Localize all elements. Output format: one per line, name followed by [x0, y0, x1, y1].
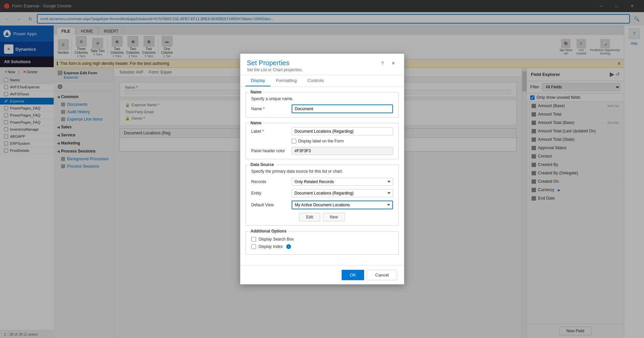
dialog-close-button[interactable]: ✕	[389, 59, 397, 67]
default-view-label: Default View	[251, 203, 292, 207]
dialog-overlay: Set Properties Set the List or Chart pro…	[0, 0, 644, 338]
unique-name-legend: Name	[249, 90, 263, 94]
display-index-row: Display Index i	[251, 243, 393, 250]
panel-color-input[interactable]	[292, 147, 393, 155]
tab-display[interactable]: Display	[246, 75, 271, 86]
dialog-titlebar: Set Properties Set the List or Chart pro…	[240, 54, 404, 75]
search-box-row: Display Search Box	[251, 236, 393, 243]
dialog-title: Set Properties	[247, 59, 303, 67]
name-input[interactable]	[292, 104, 393, 113]
dialog-footer: OK Cancel	[240, 265, 404, 284]
search-box-label: Display Search Box	[259, 237, 294, 242]
dialog-title-actions: ? ✕	[379, 59, 397, 67]
tab-formatting[interactable]: Formatting	[270, 75, 302, 86]
label-input[interactable]	[292, 127, 393, 135]
default-view-field-row: Default View My Active Document Location…	[251, 201, 393, 209]
label-field-row: Label *	[251, 127, 393, 135]
entity-select[interactable]: Document Locations (Regarding)	[292, 189, 393, 197]
additional-options-legend: Additional Options	[249, 229, 288, 234]
dialog-help-button[interactable]: ?	[379, 59, 387, 67]
display-label-text: Display label on the Form	[298, 139, 344, 143]
edit-new-btn-row: Edit New	[251, 213, 393, 221]
display-index-checkbox[interactable]	[251, 244, 256, 249]
datasource-instruction: Specify the primary data source for this…	[251, 169, 393, 174]
name-input-label: Name *	[251, 107, 292, 111]
set-properties-dialog: Set Properties Set the List or Chart pro…	[240, 53, 404, 285]
additional-options-section: Additional Options Display Search Box Di…	[246, 231, 399, 255]
label-legend: Name	[249, 121, 263, 125]
new-view-button[interactable]: New	[323, 213, 345, 221]
label-input-label: Label *	[251, 129, 292, 134]
display-index-label: Display Index	[259, 244, 283, 249]
cancel-button[interactable]: Cancel	[367, 270, 397, 280]
unique-name-instruction: Specify a unique name.	[251, 96, 393, 101]
records-label: Records	[251, 179, 292, 184]
records-field-row: Records Only Related Records	[251, 178, 393, 186]
label-required-indicator: *	[262, 129, 264, 134]
datasource-legend: Data Source	[249, 162, 276, 167]
display-label-row: Display label on the Form	[292, 139, 393, 143]
panel-color-label: Panel header color	[251, 149, 292, 153]
unique-name-section: Name Specify a unique name. Name *	[246, 92, 399, 118]
name-required-indicator: *	[263, 107, 265, 111]
default-view-select[interactable]: My Active Document Locations	[292, 201, 393, 209]
entity-field-row: Entity Document Locations (Regarding)	[251, 189, 393, 197]
tab-controls[interactable]: Controls	[302, 75, 329, 86]
edit-view-button[interactable]: Edit	[299, 213, 320, 221]
name-field-row: Name *	[251, 104, 393, 113]
dialog-tabs: Display Formatting Controls	[240, 75, 404, 87]
datasource-section: Data Source Specify the primary data sou…	[246, 165, 399, 226]
dialog-body: Name Specify a unique name. Name * Name	[240, 87, 404, 265]
display-label-checkbox[interactable]	[292, 139, 296, 143]
records-select[interactable]: Only Related Records	[292, 178, 393, 186]
ok-button[interactable]: OK	[342, 270, 364, 280]
panel-color-row: Panel header color	[251, 147, 393, 155]
dialog-subtitle: Set the List or Chart properties.	[247, 68, 303, 72]
display-index-info-icon[interactable]: i	[286, 244, 291, 249]
label-section: Name Label * Display label on the Form P	[246, 123, 399, 159]
search-box-checkbox[interactable]	[251, 237, 256, 242]
dialog-title-area: Set Properties Set the List or Chart pro…	[247, 59, 303, 72]
entity-label: Entity	[251, 191, 292, 196]
